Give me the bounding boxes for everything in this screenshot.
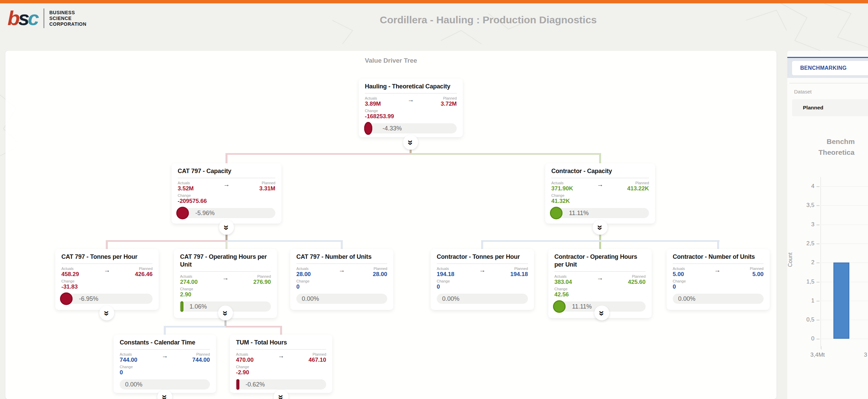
variance-percent: -5.96% xyxy=(195,210,215,217)
divider xyxy=(180,271,271,272)
change-label: Change xyxy=(673,279,764,284)
connector-line xyxy=(165,326,225,328)
double-chevron-down-icon: » xyxy=(593,225,608,230)
actuals-value: 470.00 xyxy=(236,357,254,363)
double-chevron-down-icon: » xyxy=(157,395,172,399)
divider xyxy=(178,178,275,178)
change-value: 0 xyxy=(673,284,764,290)
divider xyxy=(437,264,528,264)
y-tick xyxy=(816,205,820,206)
dataset-select[interactable]: Planned xyxy=(792,99,868,116)
change-label: Change xyxy=(296,279,387,284)
change-label: Change xyxy=(61,279,153,284)
change-value: 42.56 xyxy=(554,291,646,298)
expand-collapse-button[interactable]: » xyxy=(594,306,609,320)
connector-line xyxy=(717,240,719,249)
planned-label: Planned xyxy=(135,267,153,271)
arrow-icon: → xyxy=(339,267,345,274)
y-tick xyxy=(816,225,820,225)
change-label: Change xyxy=(365,109,457,113)
change-label: Change xyxy=(551,193,649,198)
actuals-label: Actuals xyxy=(554,274,572,279)
change-label: Change xyxy=(120,365,210,369)
double-chevron-down-icon: » xyxy=(403,140,418,145)
actuals-value: 28.00 xyxy=(296,271,311,278)
tab-benchmarking[interactable]: BENCHMARKING xyxy=(792,61,868,75)
tree-node-cat797-number-of-units[interactable]: CAT 797 - Number of Units Actuals28.00 →… xyxy=(290,249,393,310)
connector-line xyxy=(482,240,600,242)
change-label: Change xyxy=(178,193,275,198)
chart-title-line1: Benchm xyxy=(827,138,855,146)
logo-text: BUSINESS SCIENCE CORPORATION xyxy=(49,10,86,27)
tree-node-constants-calendar-time[interactable]: Constants - Calendar Time Actuals744.00 … xyxy=(114,335,216,393)
y-tick xyxy=(816,301,820,301)
planned-value: 28.00 xyxy=(373,271,387,278)
variance-pill: -6.95% xyxy=(61,294,153,304)
y-tick-label: 2 xyxy=(797,259,814,266)
expand-collapse-button[interactable]: » xyxy=(593,220,608,235)
variance-percent: -6.95% xyxy=(79,295,98,302)
actuals-value: 274.00 xyxy=(180,279,198,286)
expand-collapse-button[interactable]: » xyxy=(403,135,418,150)
gridline xyxy=(821,205,868,206)
node-title: Hauling - Theoretical Capacity xyxy=(365,83,457,90)
change-value: 0 xyxy=(120,369,210,376)
change-label: Change xyxy=(437,279,528,284)
expand-collapse-button[interactable]: » xyxy=(218,306,233,320)
app-header: bsc BUSINESS SCIENCE CORPORATION Cordill… xyxy=(0,3,868,51)
divider xyxy=(61,264,153,264)
tree-node-contractor-number-of-units[interactable]: Contractor - Number of Units Actuals5.00… xyxy=(667,249,770,310)
connector-line xyxy=(599,153,601,163)
connector-line xyxy=(225,326,282,328)
y-tick-label: 4 xyxy=(797,183,814,190)
double-chevron-down-icon: » xyxy=(99,311,114,315)
planned-value: 426.46 xyxy=(135,271,153,278)
planned-label: Planned xyxy=(259,181,275,185)
dataset-selected-value: Planned xyxy=(803,105,823,111)
gauge-icon xyxy=(364,122,372,135)
bsc-logo: bsc BUSINESS SCIENCE CORPORATION xyxy=(7,8,86,28)
y-tick xyxy=(816,262,820,263)
arrow-icon: → xyxy=(597,181,604,188)
variance-percent: -4.33% xyxy=(382,125,402,132)
actuals-label: Actuals xyxy=(673,267,685,271)
actuals-value: 3.52M xyxy=(178,185,194,192)
node-title: CAT 797 - Tonnes per Hour xyxy=(61,253,153,261)
planned-label: Planned xyxy=(373,267,387,271)
change-label: Change xyxy=(236,365,326,369)
change-value: -2.90 xyxy=(236,369,326,376)
tree-node-cat797-capacity[interactable]: CAT 797 - Capacity Actuals3.52M → Planne… xyxy=(172,163,281,224)
tree-node-contractor-capacity[interactable]: Contractor - Capacity Actuals371.90K → P… xyxy=(545,163,655,224)
node-title: Contractor - Capacity xyxy=(551,167,649,175)
tree-node-hauling-theoretical-capacity[interactable]: Hauling - Theoretical Capacity Actuals3.… xyxy=(359,79,463,137)
tree-node-cat797-tonnes-per-hour[interactable]: CAT 797 - Tonnes per Hour Actuals458.29 … xyxy=(55,249,159,310)
y-tick xyxy=(816,320,820,320)
planned-value: 5.00 xyxy=(750,271,764,278)
gauge-icon xyxy=(176,207,189,219)
tree-node-contractor-tonnes-per-hour[interactable]: Contractor - Tonnes per Hour Actuals194.… xyxy=(431,249,534,310)
divider xyxy=(236,349,326,350)
node-title: CAT 797 - Operating Hours per Unit xyxy=(180,253,271,269)
expand-collapse-button[interactable]: » xyxy=(99,306,114,320)
expand-collapse-button[interactable]: » xyxy=(219,220,234,235)
connector-line xyxy=(280,326,282,335)
arrow-icon: → xyxy=(223,181,230,188)
dataset-label: Dataset xyxy=(794,89,812,94)
y-tick-label: 1,5 xyxy=(797,278,814,285)
histogram-bar[interactable] xyxy=(833,262,849,339)
change-label: Change xyxy=(180,287,271,291)
node-title: Contractor - Number of Units xyxy=(673,253,764,261)
y-tick-label: 3,5 xyxy=(797,202,814,209)
planned-value: 3.31M xyxy=(259,185,275,192)
change-value: 0 xyxy=(437,284,528,290)
y-tick-label: 2,5 xyxy=(797,240,814,247)
tree-node-tum-total-hours[interactable]: TUM - Total Hours Actuals470.00 → Planne… xyxy=(230,335,332,393)
gauge-icon xyxy=(60,293,73,305)
change-value: -209575.66 xyxy=(178,198,275,205)
variance-pill: 0.00% xyxy=(437,294,528,304)
value-driver-tree-heading: Value Driver Tree xyxy=(5,57,776,64)
planned-label: Planned xyxy=(750,267,764,271)
actuals-label: Actuals xyxy=(365,96,381,101)
actuals-label: Actuals xyxy=(551,181,573,185)
y-tick-label: 0 xyxy=(797,335,814,342)
